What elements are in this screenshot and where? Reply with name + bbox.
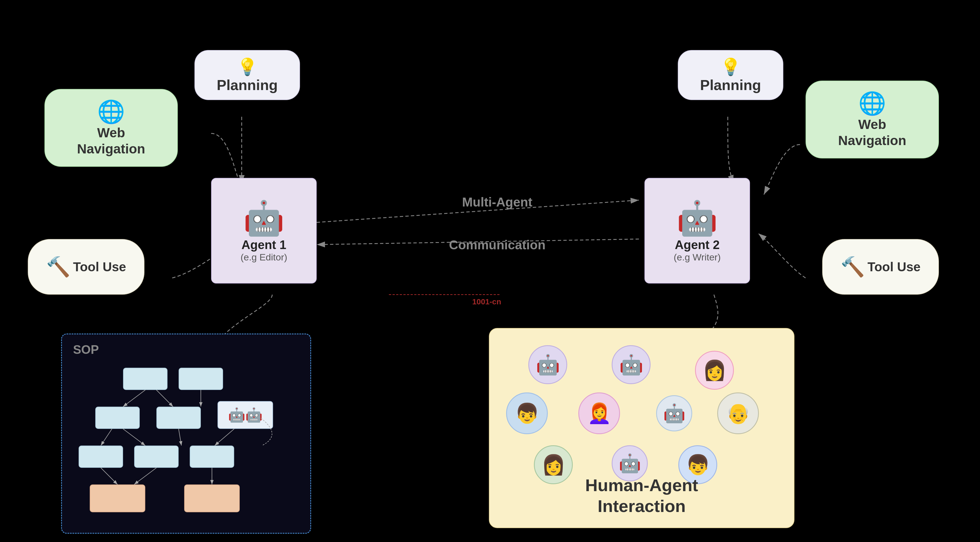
avatar-robot-3: 🤖 [656, 395, 692, 431]
tool-use-label-right: Tool Use [867, 259, 921, 274]
sop-box-7 [190, 446, 234, 468]
agent1-robot-icon: 🤖 [243, 199, 285, 238]
web-navigation-pill-right: 🌐 WebNavigation [805, 81, 939, 158]
sop-box-2 [178, 368, 223, 390]
sop-container: SOP 🤖🤖 [61, 333, 311, 534]
web-navigation-pill-left: 🌐 WebNavigation [45, 89, 178, 167]
planning-pill-right: 💡 Planning [678, 50, 783, 100]
planning-label-right: Planning [700, 77, 761, 93]
agent1-role: (e.g Editor) [240, 252, 287, 263]
agent2-robot-icon: 🤖 [676, 199, 718, 238]
tool-use-pill-left: 🔨 Tool Use [28, 239, 145, 295]
agent2-role: (e.g Writer) [674, 252, 721, 263]
web-nav-emoji-right: 🌐 [858, 90, 886, 116]
watermark: 1001-cn [472, 297, 501, 306]
agent2-box: 🤖 Agent 2 (e.g Writer) [644, 178, 750, 284]
multi-agent-comm-label: Multi-Agent Communication [383, 194, 611, 252]
planning-pill-left: 💡 Planning [194, 50, 300, 100]
comm-line1: Multi-Agent [383, 194, 611, 210]
planning-label-left: Planning [217, 77, 278, 93]
avatar-robot-1: 🤖 [528, 345, 567, 384]
sop-box-3 [95, 406, 140, 429]
tool-use-pill-right: 🔨 Tool Use [822, 239, 939, 295]
avatar-robot-2: 🤖 [612, 345, 651, 384]
tool-use-label-left: Tool Use [73, 259, 126, 274]
hai-container: 🤖 🤖 👩 👦 👩‍🦰 🤖 👴 👩 🤖 👦 Human-AgentInterac… [489, 328, 794, 528]
tool-use-emoji-right: 🔨 [840, 255, 865, 278]
sop-box-5 [79, 446, 123, 468]
sop-robot-box: 🤖🤖 [218, 401, 273, 429]
agent1-box: 🤖 Agent 1 (e.g Editor) [211, 178, 317, 284]
web-nav-label-left: WebNavigation [77, 125, 145, 157]
hai-label: Human-AgentInteraction [490, 475, 794, 522]
sop-box-result-1 [90, 485, 145, 512]
agent2-name: Agent 2 [675, 238, 719, 252]
diagram-container: 💡 Planning 🌐 WebNavigation 🔨 Tool Use 🤖 … [0, 0, 980, 542]
agent1-name: Agent 1 [242, 238, 286, 252]
sop-box-6 [134, 446, 178, 468]
sop-label: SOP [73, 343, 99, 357]
sop-box-4 [156, 406, 201, 429]
avatar-person-3: 👩‍🦰 [578, 392, 620, 434]
sop-box-result-2 [184, 485, 240, 512]
web-nav-emoji-left: 🌐 [97, 99, 125, 125]
avatar-person-2: 👦 [506, 392, 548, 434]
planning-emoji-right: 💡 [720, 57, 741, 77]
web-nav-label-right: WebNavigation [838, 116, 906, 148]
planning-emoji-left: 💡 [237, 57, 258, 77]
sop-box-1 [123, 368, 167, 390]
avatar-person-4: 👴 [717, 392, 759, 434]
avatar-person-1: 👩 [695, 351, 734, 390]
tool-use-emoji-left: 🔨 [46, 255, 70, 278]
comm-line2: Communication [383, 238, 611, 252]
